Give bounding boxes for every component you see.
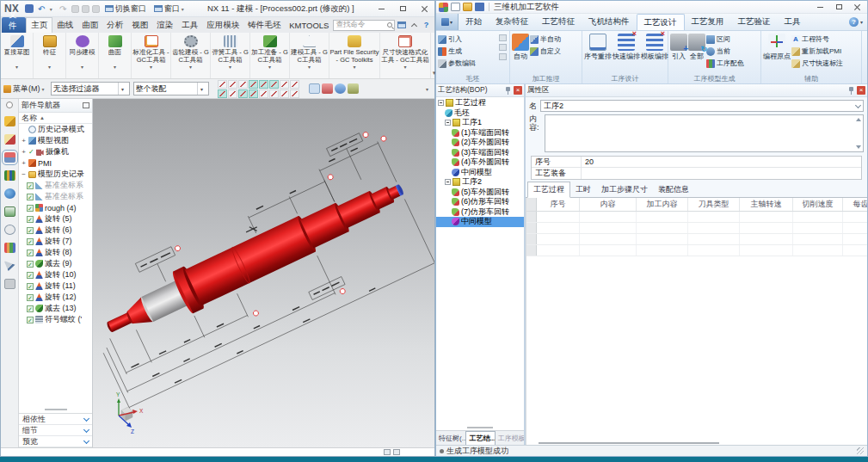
checkbox-icon[interactable]: ✓ xyxy=(27,294,34,301)
expander-icon[interactable]: + xyxy=(21,159,27,167)
journal-icon[interactable] xyxy=(4,279,15,289)
selection-scope-combo[interactable]: 整个装配▾ xyxy=(133,82,209,95)
ribbon-button-spring-tools[interactable]: 弹簧工具 - GC工具箱▾ xyxy=(211,33,250,78)
ribbon-button-standardization-tools[interactable]: 标准化工具 - GC工具箱▾ xyxy=(132,33,171,78)
bop-item[interactable]: 中间模型 xyxy=(436,217,524,227)
cam-tab-1[interactable]: 开始 xyxy=(459,14,489,30)
nx-tab-8[interactable]: 应用模块 xyxy=(202,17,243,33)
web-browser-icon[interactable] xyxy=(4,206,15,217)
prop-tab-4[interactable]: 装配信息 xyxy=(653,182,694,197)
ribbon-button-surface[interactable]: 曲面▾ xyxy=(99,33,132,78)
gallery-icon[interactable] xyxy=(397,20,407,30)
button-current[interactable]: 当前 xyxy=(706,46,744,57)
undo-icon[interactable]: ↶ xyxy=(36,3,47,15)
nav-item[interactable]: ✓旋转 (7) xyxy=(19,236,92,247)
nx-close-button[interactable] xyxy=(416,3,434,15)
cam-minimize-button[interactable] xyxy=(810,1,829,14)
nx-tab-6[interactable]: 渲染 xyxy=(152,17,177,33)
window-button[interactable]: 窗口▾ xyxy=(151,3,189,15)
ribbon-button-synchronous-modeling[interactable]: 同步建模▾ xyxy=(66,33,99,78)
bop-tab-2[interactable]: 工艺结... xyxy=(465,431,495,445)
tool-icon[interactable] xyxy=(499,44,507,51)
bop-tab-3[interactable]: 工序模板 xyxy=(496,431,524,445)
nx-tab-9[interactable]: 铸件毛坯 xyxy=(243,17,285,33)
3d-viewport[interactable]: X Y Z xyxy=(93,99,434,447)
nav-item[interactable]: ✓减去 (13) xyxy=(19,303,92,314)
menu-button[interactable]: 菜单(M)▾ xyxy=(3,83,47,95)
checkbox-icon[interactable]: ✓ xyxy=(27,283,34,290)
nx-tab-7[interactable]: 工具 xyxy=(177,17,202,33)
table-row[interactable] xyxy=(526,234,867,245)
column-header-6[interactable]: 切削速度 xyxy=(793,198,843,211)
bop-item[interactable]: (1)车端面回转 xyxy=(436,128,524,139)
row-selector[interactable] xyxy=(526,245,537,256)
nav-item[interactable]: ✓旋转 (6) xyxy=(19,225,92,236)
hd3d-tools-icon[interactable] xyxy=(4,188,15,199)
nav-item[interactable]: ✓rough (4) xyxy=(19,202,92,213)
kv-value[interactable]: 20 xyxy=(582,157,861,166)
capture-image-icon[interactable] xyxy=(309,83,320,94)
prop-tab-3[interactable]: 加工步骤尺寸 xyxy=(596,182,653,197)
navigator-column-header[interactable]: 名称▲ xyxy=(19,113,92,124)
snap-quadrant-icon[interactable] xyxy=(280,80,289,89)
column-header-3[interactable]: 加工内容 xyxy=(637,198,688,211)
checkbox-icon[interactable]: ✓ xyxy=(27,238,34,245)
property-close-icon[interactable]: × xyxy=(857,86,865,95)
snap-work-plane-icon[interactable] xyxy=(218,80,227,89)
save-icon[interactable] xyxy=(25,4,34,13)
button-reload-pmi[interactable]: 重新加载PMI xyxy=(791,46,843,57)
expander-icon[interactable]: − xyxy=(21,170,27,178)
scroll-down-icon[interactable] xyxy=(856,145,861,149)
bop-item[interactable]: (4)车外圆回转 xyxy=(436,157,524,168)
bop-item[interactable]: 工艺过程 xyxy=(436,98,524,108)
column-header-2[interactable]: 内容 xyxy=(580,198,637,211)
snap-body-icon[interactable] xyxy=(290,89,299,98)
nx-tab-2[interactable]: 曲线 xyxy=(52,17,77,33)
nx-file-tab[interactable]: 文件(F) xyxy=(2,17,26,33)
nav-item[interactable]: ✓旋转 (5) xyxy=(19,213,92,225)
ribbon-button-modeling-tools[interactable]: 建模工具 - GC工具箱▾ xyxy=(290,33,329,78)
switch-window-button[interactable]: 切换窗口 xyxy=(102,3,149,15)
nav-item[interactable]: ✓旋转 (8) xyxy=(19,247,92,258)
nx-tab-3[interactable]: 曲面 xyxy=(77,17,102,33)
button-blank-import[interactable]: 引入 xyxy=(438,34,476,45)
toolbar-overflow-icon[interactable]: ▾ xyxy=(426,86,432,92)
snap-rotate-icon[interactable] xyxy=(290,80,299,89)
nx-maximize-button[interactable] xyxy=(394,3,413,15)
cam-tab-4[interactable]: 飞机结构件 xyxy=(582,14,637,30)
button-param-edit[interactable]: 参数编辑 xyxy=(438,58,476,69)
constraint-navigator-icon[interactable] xyxy=(4,134,15,145)
snap-line-icon[interactable] xyxy=(228,89,237,98)
table-row[interactable] xyxy=(526,223,867,234)
minimize-ribbon-icon[interactable] xyxy=(409,20,419,30)
checkbox-icon[interactable]: ✓ xyxy=(27,194,34,200)
row-selector[interactable] xyxy=(526,234,537,244)
roles-icon[interactable] xyxy=(4,243,15,253)
ribbon-button-direct-sketch[interactable]: 直接草图▾ xyxy=(1,33,34,78)
snap-curve-icon[interactable] xyxy=(249,80,258,89)
nav-item[interactable]: ✓旋转 (12) xyxy=(19,292,92,303)
bop-item[interactable]: (7)仿形车回转 xyxy=(436,207,524,218)
button-seq-renumber[interactable]: 序号重排 xyxy=(584,33,612,74)
expander-icon[interactable]: + xyxy=(21,148,27,156)
snap-plus-icon[interactable] xyxy=(269,80,279,89)
bop-tab-1[interactable]: 特征树(... xyxy=(436,431,465,445)
nav-item[interactable]: +PMI xyxy=(19,157,92,169)
cam-tab-7[interactable]: 工艺验证 xyxy=(731,14,778,30)
button-quick-arrange[interactable]: 快速编排 xyxy=(613,33,640,74)
ribbon-button-machining-prep[interactable]: 加工准备 - GC工具箱▾ xyxy=(250,33,290,78)
nx-tab-1[interactable]: 主页 xyxy=(26,17,52,33)
column-header-4[interactable]: 刀具类型 xyxy=(688,198,740,211)
bop-item[interactable]: 中间模型 xyxy=(436,168,524,178)
touch-icon[interactable] xyxy=(4,261,15,271)
cam-tab-8[interactable]: 工具 xyxy=(778,14,808,30)
snap-face-icon[interactable] xyxy=(280,89,289,98)
save-file-icon[interactable] xyxy=(475,3,484,11)
tool-icon[interactable] xyxy=(499,53,507,60)
auto-hide-icon[interactable] xyxy=(6,102,13,108)
selection-filter-combo[interactable]: 无选择过滤器▾ xyxy=(51,82,130,95)
bop-close-icon[interactable]: × xyxy=(514,86,522,95)
show-hide-icon[interactable] xyxy=(322,83,333,94)
button-blank-generate[interactable]: 生成 xyxy=(438,46,476,57)
button-origin[interactable]: 编程原点 xyxy=(763,33,791,74)
